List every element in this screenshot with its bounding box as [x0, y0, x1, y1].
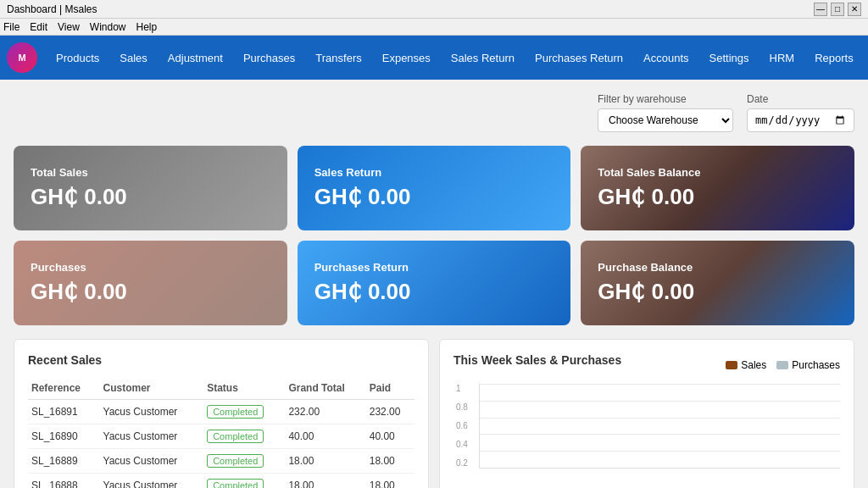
status-badge: Completed	[207, 479, 264, 488]
title-bar: Dashboard | Msales — □ ✕	[0, 0, 868, 19]
legend-sales-label: Sales	[741, 359, 766, 371]
card-sales-return-title: Sales Return	[314, 166, 554, 179]
nav-item-hrm[interactable]: HRM	[761, 47, 804, 69]
card-purchase-balance-value: GH₵ 0.00	[598, 279, 837, 305]
cell-status: Completed	[203, 449, 285, 474]
table-row: SL_16888 Yacus Customer Completed 18.00 …	[28, 474, 415, 489]
y-label-5: 0.2	[456, 458, 468, 468]
legend-sales: Sales	[726, 359, 766, 371]
date-filter-group: Date	[747, 93, 854, 132]
chart-panel: This Week Sales & Purchases Sales Purcha…	[439, 339, 854, 488]
cell-paid: 18.00	[366, 474, 415, 489]
chart-area: 1 0.8 0.6 0.4 0.2	[479, 384, 840, 469]
nav-item-purchases-return[interactable]: Purchases Return	[526, 47, 632, 69]
card-sales-return: Sales Return GH₵ 0.00	[298, 146, 571, 230]
cell-customer: Yacus Customer	[100, 449, 204, 474]
cell-status: Completed	[203, 474, 285, 489]
warehouse-select[interactable]: Choose Warehouse	[598, 108, 733, 132]
col-grand-total: Grand Total	[285, 377, 365, 400]
close-button[interactable]: ✕	[848, 3, 861, 16]
chart-legend: Sales Purchases	[726, 359, 840, 371]
cell-paid: 40.00	[366, 424, 415, 449]
nav-item-reports[interactable]: Reports	[806, 47, 862, 69]
cell-reference: SL_16891	[28, 400, 100, 424]
col-paid: Paid	[366, 377, 415, 400]
nav-bar: M Products Sales Adjustment Purchases Tr…	[0, 36, 868, 80]
nav-item-settings[interactable]: Settings	[701, 47, 758, 69]
card-purchases-return: Purchases Return GH₵ 0.00	[298, 241, 571, 325]
menu-edit[interactable]: Edit	[30, 21, 47, 33]
y-label-2: 0.8	[456, 402, 468, 412]
cell-reference: SL_16890	[28, 424, 100, 449]
filter-row: Filter by warehouse Choose Warehouse Dat…	[14, 93, 854, 132]
card-purchase-balance: Purchase Balance GH₵ 0.00	[581, 241, 854, 325]
chart-y-labels: 1 0.8 0.6 0.4 0.2	[456, 384, 468, 468]
cell-grand-total: 232.00	[285, 400, 365, 424]
menu-file[interactable]: File	[3, 21, 19, 33]
cell-paid: 232.00	[366, 400, 415, 424]
card-total-sales-balance: Total Sales Balance GH₵ 0.00	[581, 146, 854, 230]
card-purchases-return-title: Purchases Return	[314, 261, 554, 274]
maximize-button[interactable]: □	[831, 3, 844, 16]
card-sales-return-value: GH₵ 0.00	[314, 184, 554, 210]
bottom-panels: Recent Sales Reference Customer Status G…	[14, 339, 854, 488]
chart-title: This Week Sales & Purchases	[453, 353, 621, 367]
cell-paid: 18.00	[366, 449, 415, 474]
y-label-4: 0.4	[456, 440, 468, 449]
status-badge: Completed	[207, 454, 264, 468]
recent-sales-title: Recent Sales	[28, 353, 415, 367]
grid-line-5	[480, 451, 840, 452]
card-total-sales-balance-value: GH₵ 0.00	[598, 184, 837, 210]
table-row: SL_16891 Yacus Customer Completed 232.00…	[28, 400, 415, 424]
nav-item-accounts[interactable]: Accounts	[635, 47, 697, 69]
window-title: Dashboard | Msales	[7, 3, 97, 15]
card-purchases-return-value: GH₵ 0.00	[314, 279, 554, 305]
y-label-3: 0.6	[456, 421, 468, 430]
menu-help[interactable]: Help	[136, 21, 158, 33]
grid-line-4	[480, 434, 840, 435]
minimize-button[interactable]: —	[814, 3, 827, 16]
cell-customer: Yacus Customer	[100, 424, 204, 449]
cell-grand-total: 40.00	[285, 424, 365, 449]
col-reference: Reference	[28, 377, 100, 400]
legend-purchases-label: Purchases	[792, 359, 840, 371]
cards-grid: Total Sales GH₵ 0.00 Sales Return GH₵ 0.…	[14, 146, 854, 325]
card-total-sales-title: Total Sales	[31, 166, 270, 179]
warehouse-filter-label: Filter by warehouse	[598, 93, 733, 105]
grid-line-3	[480, 418, 840, 419]
date-input[interactable]	[747, 108, 854, 132]
card-total-sales-value: GH₵ 0.00	[31, 184, 270, 210]
status-badge: Completed	[207, 405, 264, 419]
col-customer: Customer	[100, 377, 204, 400]
card-purchases-value: GH₵ 0.00	[31, 279, 270, 305]
cell-status: Completed	[203, 424, 285, 449]
cell-status: Completed	[203, 400, 285, 424]
card-purchase-balance-title: Purchase Balance	[598, 261, 837, 274]
nav-item-adjustment[interactable]: Adjustment	[159, 47, 231, 69]
card-purchases: Purchases GH₵ 0.00	[14, 241, 287, 325]
nav-item-expenses[interactable]: Expenses	[374, 47, 439, 69]
nav-item-transfers[interactable]: Transfers	[307, 47, 370, 69]
grid-line-2	[480, 401, 840, 402]
nav-item-sales[interactable]: Sales	[111, 47, 156, 69]
cell-grand-total: 18.00	[285, 449, 365, 474]
status-badge: Completed	[207, 430, 264, 443]
cell-grand-total: 18.00	[285, 474, 365, 489]
y-label-1: 1	[456, 384, 468, 393]
table-row: SL_16890 Yacus Customer Completed 40.00 …	[28, 424, 415, 449]
grid-line-1	[480, 384, 840, 385]
recent-sales-table: Reference Customer Status Grand Total Pa…	[28, 377, 415, 488]
window-controls: — □ ✕	[814, 3, 861, 16]
menu-window[interactable]: Window	[90, 21, 126, 33]
nav-item-sales-return[interactable]: Sales Return	[442, 47, 523, 69]
menu-view[interactable]: View	[58, 21, 80, 33]
nav-item-purchases[interactable]: Purchases	[235, 47, 303, 69]
chart-header: This Week Sales & Purchases Sales Purcha…	[453, 353, 840, 377]
card-purchases-title: Purchases	[31, 261, 270, 274]
recent-sales-panel: Recent Sales Reference Customer Status G…	[14, 339, 429, 488]
nav-item-products[interactable]: Products	[47, 47, 108, 69]
legend-sales-icon	[726, 361, 737, 369]
cell-customer: Yacus Customer	[100, 474, 204, 489]
date-filter-label: Date	[747, 93, 854, 105]
cell-reference: SL_16889	[28, 449, 100, 474]
